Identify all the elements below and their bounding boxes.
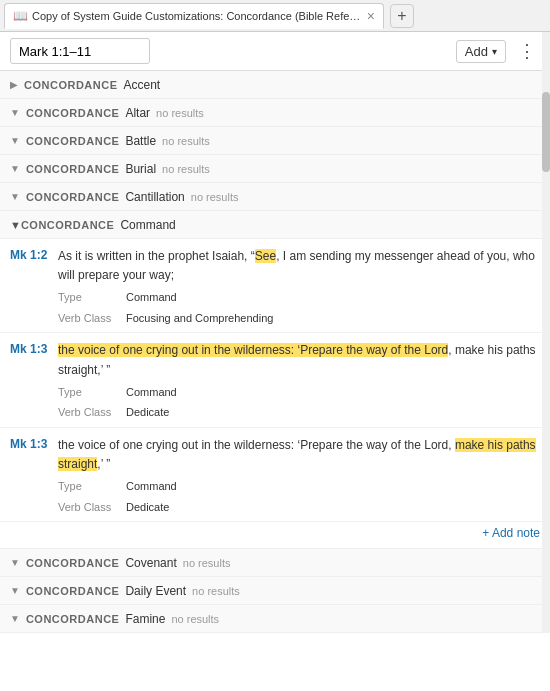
concordance-row-altar: ▼ CONCORDANCE Altar no results xyxy=(0,99,550,127)
tab-bar: 📖 Copy of System Guide Customizations: C… xyxy=(0,0,550,32)
tab-title: Copy of System Guide Customizations: Con… xyxy=(32,10,361,22)
add-button[interactable]: Add ▾ xyxy=(456,40,506,63)
tab-close-button[interactable]: × xyxy=(367,8,375,24)
highlight-see: See xyxy=(255,249,276,263)
active-tab[interactable]: 📖 Copy of System Guide Customizations: C… xyxy=(4,3,384,29)
expand-icon-cantillation[interactable]: ▼ xyxy=(10,191,20,202)
verse-entry-mk1-3-a: Mk 1:3 the voice of one crying out in th… xyxy=(0,333,550,427)
verse-entry-mk1-2-command: Mk 1:2 As it is written in the prophet I… xyxy=(0,239,550,333)
expand-icon-accent[interactable]: ▶ xyxy=(10,79,18,90)
verse-meta-verbclass-mk1-3-a: Verb Class Dedicate xyxy=(58,404,540,421)
toolbar: Add ▾ ⋮ xyxy=(0,32,550,71)
verse-content-mk1-2-a: As it is written in the prophet Isaiah, … xyxy=(58,247,540,330)
scrollbar[interactable] xyxy=(542,32,550,633)
verse-text-mk1-3-a: the voice of one crying out in the wilde… xyxy=(58,341,540,379)
expand-icon-burial[interactable]: ▼ xyxy=(10,163,20,174)
highlight-mk1-3-a: the voice of one crying out in the wilde… xyxy=(58,343,448,357)
search-input[interactable] xyxy=(10,38,150,64)
verse-meta-mk1-2-a: Type Command xyxy=(58,289,540,306)
concordance-row-cantillation: ▼ CONCORDANCE Cantillation no results xyxy=(0,183,550,211)
concordance-row-covenant: ▼ CONCORDANCE Covenant no results xyxy=(0,549,550,577)
new-tab-button[interactable]: + xyxy=(390,4,414,28)
verse-entry-mk1-3-b: Mk 1:3 the voice of one crying out in th… xyxy=(0,428,550,522)
verse-meta-type-mk1-3-b: Type Command xyxy=(58,478,540,495)
expand-icon-battle[interactable]: ▼ xyxy=(10,135,20,146)
add-label: Add xyxy=(465,44,488,59)
expand-icon-command[interactable]: ▼ xyxy=(10,219,21,231)
verse-text-mk1-3-b: the voice of one crying out in the wilde… xyxy=(58,436,540,474)
expand-icon-daily-event[interactable]: ▼ xyxy=(10,585,20,596)
highlight-mk1-3-b: make his paths straight xyxy=(58,438,536,471)
verse-ref-mk1-2-a[interactable]: Mk 1:2 xyxy=(10,247,58,330)
concordance-row-accent: ▶ CONCORDANCE Accent xyxy=(0,71,550,99)
verse-content-mk1-3-a: the voice of one crying out in the wilde… xyxy=(58,341,540,424)
verse-ref-mk1-3-a[interactable]: Mk 1:3 xyxy=(10,341,58,424)
scroll-thumb[interactable] xyxy=(542,92,550,172)
verse-meta-verbclass-mk1-3-b: Verb Class Dedicate xyxy=(58,499,540,516)
add-chevron-icon: ▾ xyxy=(492,46,497,57)
concordance-row-daily-event: ▼ CONCORDANCE Daily Event no results xyxy=(0,577,550,605)
verse-ref-mk1-3-b[interactable]: Mk 1:3 xyxy=(10,436,58,519)
verse-content-mk1-3-b: the voice of one crying out in the wilde… xyxy=(58,436,540,519)
verse-meta-verbclass-mk1-2-a: Verb Class Focusing and Comprehending xyxy=(58,310,540,327)
tab-icon: 📖 xyxy=(13,9,28,23)
add-note-row: + Add note xyxy=(0,522,550,548)
verse-meta-type-mk1-3-a: Type Command xyxy=(58,384,540,401)
expand-icon-altar[interactable]: ▼ xyxy=(10,107,20,118)
expand-icon-famine[interactable]: ▼ xyxy=(10,613,20,624)
concordance-section-command: ▼ CONCORDANCE Command Mk 1:2 As it is wr… xyxy=(0,211,550,549)
more-options-button[interactable]: ⋮ xyxy=(514,40,540,62)
verse-text-mk1-2-a: As it is written in the prophet Isaiah, … xyxy=(58,247,540,285)
concordance-row-burial: ▼ CONCORDANCE Burial no results xyxy=(0,155,550,183)
concordance-row-famine: ▼ CONCORDANCE Famine no results xyxy=(0,605,550,633)
concordance-header-command: ▼ CONCORDANCE Command xyxy=(0,211,550,239)
concordance-row-battle: ▼ CONCORDANCE Battle no results xyxy=(0,127,550,155)
add-note-button[interactable]: + Add note xyxy=(482,526,540,540)
expand-icon-covenant[interactable]: ▼ xyxy=(10,557,20,568)
